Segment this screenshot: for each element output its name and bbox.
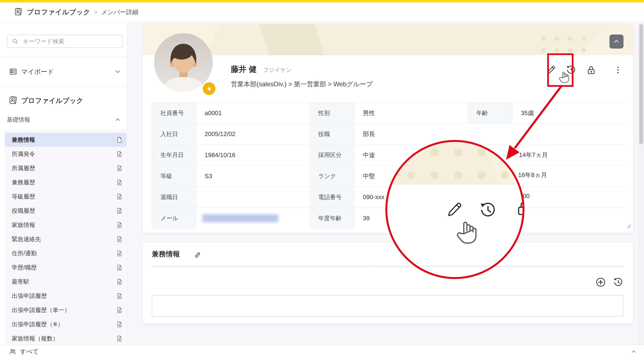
table-value: 1984/10/16 [196,145,310,166]
star-badge-icon: ★ [203,82,216,95]
section-label: 基礎情報 [7,116,30,124]
sidebar-item-kazoku-joho[interactable]: 家族情報 [5,218,126,232]
sidebar-item-kenmu-rireki[interactable]: 兼務履歴 [5,175,126,189]
sidebar-item-shucho-shinsei-rireki-kome[interactable]: 出張申請履歴（※） [5,317,126,331]
document-blank-icon [116,137,123,143]
annotation-highlight-rectangle [547,53,574,87]
profile-name-row: 藤井 健 フジイケン [231,64,292,73]
chevron-up-icon [613,38,620,45]
table-value: 35歳 [512,103,626,124]
document-icon [116,279,123,285]
section-title: 兼務情報 [152,249,180,259]
masked-email-value [202,214,278,222]
sidebar-item-shozoku-hatsurei[interactable]: 所属発令 [5,147,126,161]
sidebar-item-profilebook[interactable]: プロファイルブック [0,94,127,107]
sidebar-item-kenmu-joho[interactable]: 兼務情報 [5,133,126,147]
profilebook-icon [8,96,18,105]
resize-handle[interactable] [626,223,632,229]
sidebar-section-basic-info[interactable]: 基礎情報 [0,114,127,125]
table-value [196,208,310,229]
table-label: 生年月日 [152,145,196,166]
scrollbar-thumb[interactable] [639,24,643,144]
add-record-plus-icon[interactable] [596,277,606,288]
table-label: 退職日 [152,187,196,208]
chevron-down-icon[interactable] [114,68,122,75]
career-years-value: 16年8ヵ月 [518,171,547,179]
table-label: 入社日 [152,124,196,145]
search-input[interactable] [7,35,123,48]
board-icon [9,68,17,76]
sidebar-item-yakushoku-rireki[interactable]: 役職履歴 [5,204,126,218]
table-empty-cell [468,124,512,145]
table-value: 男性 [354,103,468,124]
hand-cursor-icon-magnified [455,219,480,248]
document-icon [116,165,123,171]
table-empty-cell [512,124,626,145]
global-header: プロファイルブック > メンバー詳細 [0,2,644,22]
sidebar-menu: 兼務情報 所属発令 所属履歴 兼務履歴 等級履歴 役職履歴 家族情報 緊急連絡先… [5,129,126,345]
app-title: プロファイルブック [27,7,90,17]
document-icon [116,250,123,257]
myboard-label: マイボード [21,67,54,76]
sidebar-item-moyorieki[interactable]: 最寄駅 [5,275,126,289]
document-icon [116,293,123,299]
table-label: 採用区分 [310,145,354,166]
document-icon [116,236,123,242]
sidebar-item-jusho-tsukin[interactable]: 住所/通勤 [5,246,126,260]
sidebar-item-shucho-shinsei-rireki-tanitsu[interactable]: 出張申請履歴（単一） [5,303,126,317]
sidebar-item-shucho-shinsei-rireki[interactable]: 出張申請履歴 [5,289,126,303]
document-icon [116,208,123,214]
document-icon [116,179,123,186]
sidebar-item-shozoku-rireki[interactable]: 所属履歴 [5,161,126,175]
table-label: 社員番号 [152,103,196,124]
collapse-chevron-up-icon[interactable] [630,348,637,355]
app-window: プロファイルブック > メンバー詳細 マイボード プロファイルブック 基礎情報 … [0,0,644,358]
table-label: メール [152,208,196,229]
footer-all-label: すべて [20,348,39,356]
sidebar-item-myboard[interactable]: マイボード [0,66,127,77]
document-icon [116,321,123,328]
table-value [196,187,310,208]
table-label: 年度年齢 [310,208,354,229]
kenmu-section-card: 兼務情報 [143,243,633,323]
more-menu-kebab-icon[interactable] [614,65,622,74]
scroll-to-top-button[interactable] [610,34,624,48]
divider [0,86,127,87]
document-icon [116,264,123,271]
brand-accent-bar [0,0,644,2]
divider [0,56,127,57]
table-value: 2005/12/02 [196,124,310,145]
empty-record-box [152,295,623,317]
chevron-up-icon[interactable] [114,116,122,123]
lock-icon[interactable] [586,65,596,75]
edit-pencil-icon-magnified [446,201,464,218]
document-icon [116,307,123,313]
table-value: S3 [196,166,310,187]
service-years-value: 14年7ヵ月 [519,151,548,159]
history-icon[interactable] [613,277,624,288]
sidebar-item-kinkyu-renrakusaki[interactable]: 緊急連絡先 [5,232,126,246]
document-icon [116,222,123,228]
document-icon [116,335,123,342]
profile-photo [154,33,213,92]
breadcrumb-separator: > [94,9,97,15]
sidebar: マイボード プロファイルブック 基礎情報 兼務情報 所属発令 所属履歴 兼務履歴… [0,22,127,345]
table-label: 等級 [152,166,196,187]
document-icon [116,193,123,200]
sidebar-item-tokyu-rireki[interactable]: 等級履歴 [5,189,126,204]
table-label: 役職 [310,124,354,145]
table-label: 年齢 [468,103,512,124]
profile-banner [143,24,633,55]
sidebar-item-kazoku-joho-fukusu[interactable]: 家族情報（複数） [5,331,126,345]
profile-org-path: 営業本部(salesDiv.) > 第一営業部 > Webグループ [231,80,373,88]
footer-bar: すべて [0,345,644,358]
profile-name: 藤井 健 [231,64,257,75]
sidebar-item-gakureki-shokureki[interactable]: 学歴/職歴 [5,260,126,275]
link-icon[interactable] [194,251,202,259]
lock-icon-magnified [515,200,524,217]
phone-tail-value: 00 [523,192,530,200]
history-icon-magnified [479,201,497,219]
magnifier-callout-circle [386,140,524,279]
app-logo-icon [14,7,23,17]
banner-dot-pattern [536,33,590,55]
